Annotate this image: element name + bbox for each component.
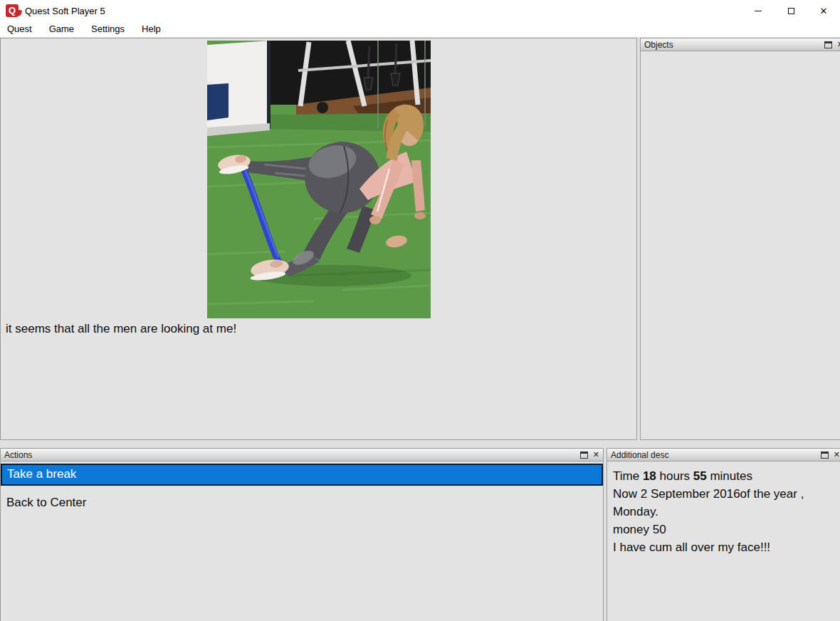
maximize-button[interactable] xyxy=(775,0,807,21)
additional-desc-panel: Additional desc ✕ Time 18 hours 55 minut… xyxy=(607,448,840,621)
main-panel: it seems that all the men are looking at… xyxy=(0,38,637,440)
close-panel-icon[interactable]: ✕ xyxy=(837,41,840,48)
actions-panel-header: Actions ✕ xyxy=(1,449,603,461)
close-panel-icon[interactable]: ✕ xyxy=(593,451,599,459)
float-panel-icon[interactable] xyxy=(824,41,832,48)
objects-panel: Objects ✕ xyxy=(640,38,840,440)
close-button[interactable]: ✕ xyxy=(807,0,840,21)
objects-panel-header: Objects ✕ xyxy=(641,38,840,51)
float-panel-icon[interactable] xyxy=(821,452,829,459)
additional-desc-panel-header: Additional desc ✕ xyxy=(607,449,840,461)
desc-line: money 50 xyxy=(613,521,822,538)
gym-exercise-scene xyxy=(207,41,431,318)
qsp-logo-icon: Q xyxy=(6,4,19,17)
minimize-button[interactable] xyxy=(742,0,775,21)
desc-line: Time 18 hours 55 minutes xyxy=(613,467,822,485)
additional-desc-panel-title: Additional desc xyxy=(611,450,821,460)
desc-line: I have cum all over my face!!! xyxy=(613,538,822,556)
menu-item-help[interactable]: Help xyxy=(140,22,168,36)
additional-desc-text: Time 18 hours 55 minutesNow 2 September … xyxy=(607,461,840,556)
menu-item-quest[interactable]: Quest xyxy=(6,22,39,36)
objects-panel-title: Objects xyxy=(644,40,824,50)
menu-item-game[interactable]: Game xyxy=(48,22,81,36)
actions-list: Take a breakBack to Center xyxy=(1,461,603,513)
window-title: Quest Soft Player 5 xyxy=(25,6,105,16)
menu-item-settings[interactable]: Settings xyxy=(90,22,132,36)
maximize-icon xyxy=(788,8,794,14)
minimize-icon xyxy=(755,11,762,11)
titlebar: Q Quest Soft Player 5 ✕ xyxy=(0,0,840,21)
close-panel-icon[interactable]: ✕ xyxy=(834,451,840,459)
float-panel-icon[interactable] xyxy=(580,452,588,459)
action-item[interactable]: Take a break xyxy=(1,464,603,486)
menu-bar: QuestGameSettingsHelp xyxy=(0,21,840,37)
window-controls: ✕ xyxy=(742,0,840,21)
action-item[interactable]: Back to Center xyxy=(1,493,603,513)
app-window: Q Quest Soft Player 5 ✕ QuestGameSetting… xyxy=(0,0,840,621)
actions-panel-title: Actions xyxy=(4,450,580,460)
desc-line: Now 2 September 2016of the year , Monday… xyxy=(613,485,822,521)
narrative-text: it seems that all the men are looking at… xyxy=(6,322,236,336)
actions-panel: Actions ✕ Take a breakBack to Center xyxy=(0,448,604,621)
close-icon: ✕ xyxy=(820,6,828,16)
